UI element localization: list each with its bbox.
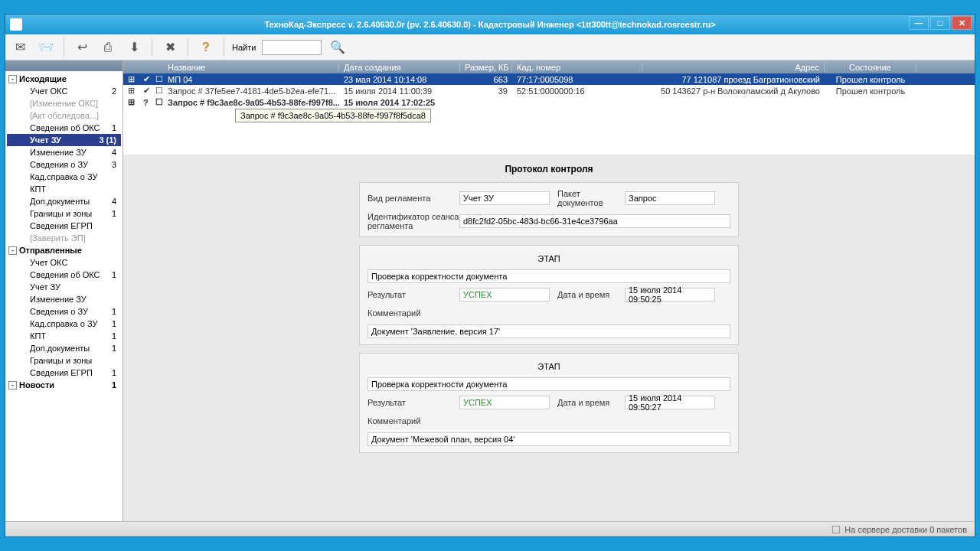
sidebar-item[interactable]: Кад.справка о ЗУ (7, 171, 121, 183)
col-num[interactable]: Кад. номер (512, 63, 642, 72)
table-row[interactable]: ⊞?☐Запрос # f9c3ae8c-9a05-4b53-88fe-f997… (123, 96, 975, 108)
sidebar-item-label: Исходящие (19, 74, 67, 83)
sidebar-item-label: Границы и зоны (30, 209, 92, 218)
tools-icon[interactable]: ✖ (160, 37, 180, 57)
sidebar-item[interactable]: Изменение ЗУ (7, 293, 121, 305)
separator (224, 38, 224, 57)
sidebar-item-count: 2 (112, 86, 119, 96)
app-icon (10, 18, 22, 31)
comment-label: Комментарий (368, 416, 459, 425)
cell-name: Запрос # 37fe5ee7-4181-4de5-b2ea-efe71..… (163, 86, 339, 96)
sidebar-item-label: Сведения ЕГРП (30, 368, 93, 377)
sidebar-item[interactable]: Сведения ЕГРП (7, 220, 121, 232)
sidebar-item[interactable]: -Исходящие (7, 73, 121, 85)
sidebar-item[interactable]: Сведения ЕГРП1 (7, 367, 121, 379)
search-input[interactable] (262, 40, 322, 55)
expand-icon[interactable]: ⊞ (123, 74, 139, 84)
cell-addr: 77 121087 проезд Багратионовский (642, 75, 825, 84)
col-date[interactable]: Дата создания (339, 63, 460, 72)
sidebar-item[interactable]: КПТ (7, 183, 121, 195)
sidebar-item[interactable]: [Заверить ЭП] (7, 232, 121, 244)
status-text: На сервере доставки 0 пакетов (844, 525, 967, 534)
sidebar-item-count: 1 (112, 307, 119, 316)
mail-new-icon[interactable]: ✉ (10, 37, 30, 57)
sidebar-item[interactable]: Сведения о ЗУ3 (7, 158, 121, 171)
sidebar-item[interactable]: [Акт обследова...] (7, 109, 121, 122)
sidebar-item-label: Границы и зоны (30, 356, 92, 365)
find-label: Найти (232, 43, 256, 52)
mail-open-icon[interactable]: 📨 (36, 37, 56, 57)
sidebar-item-count: 3 (1) (99, 135, 119, 145)
separator (152, 38, 152, 57)
minimize-button[interactable]: — (909, 16, 929, 30)
stage-check: Проверка корректности документа (368, 269, 730, 283)
cell-addr: 50 143627 р-н Волоколамский д Акулово (642, 86, 825, 96)
maximize-button[interactable]: □ (930, 16, 950, 30)
col-size[interactable]: Размер, КБ (460, 63, 512, 72)
col-addr[interactable]: Адрес (642, 63, 825, 72)
checkbox[interactable]: ☐ (151, 86, 163, 96)
sidebar-item[interactable]: Границы и зоны (7, 354, 121, 367)
download-icon[interactable]: ⬇ (124, 37, 144, 57)
separator (64, 38, 64, 57)
close-button[interactable]: ✕ (952, 16, 972, 30)
protocol-summary: Вид регламента Учет ЗУ Пакет документов … (359, 182, 739, 237)
checkbox[interactable]: ☐ (151, 74, 163, 84)
expand-icon[interactable]: ⊞ (123, 86, 139, 96)
sidebar-item-label: Новости (19, 380, 54, 390)
comment-value: Документ 'Межевой план, версия 04' (368, 432, 730, 446)
sidebar-item-label: Доп.документы (30, 197, 90, 206)
print-icon[interactable]: ⎙ (98, 37, 118, 57)
sidebar-item-label: [Изменение ОКС] (30, 99, 98, 108)
cell-state: Прошел контроль (825, 86, 916, 96)
sidebar-item[interactable]: Сведения о ЗУ1 (7, 305, 121, 318)
sidebar-header (5, 60, 122, 71)
regtype-label: Вид регламента (368, 194, 459, 203)
datetime-value: 15 июля 2014 09:50:27 (625, 396, 715, 409)
expand-icon[interactable]: ⊞ (123, 97, 139, 107)
sidebar-item[interactable]: Кад.справка о ЗУ1 (7, 318, 121, 330)
sidebar-item[interactable]: КПТ1 (7, 330, 121, 342)
sidebar-item-label: Сведения о ЗУ (30, 307, 88, 316)
table-row[interactable]: ⊞✔☐Запрос # 37fe5ee7-4181-4de5-b2ea-efe7… (123, 85, 975, 96)
sidebar-item-count: 1 (112, 270, 119, 279)
col-state[interactable]: Состояние (825, 63, 916, 72)
reply-icon[interactable]: ↩ (72, 37, 92, 57)
sidebar-item[interactable]: -Новости1 (7, 379, 121, 391)
sidebar-item[interactable]: Учет ОКС (7, 256, 121, 269)
sess-value: d8fc2fd2-05bc-483d-bc66-31e4ce3796aa (459, 214, 730, 228)
col-name[interactable]: Название (163, 63, 339, 72)
regtype-value: Учет ЗУ (459, 191, 550, 205)
stage-title: ЭТАП (368, 360, 730, 377)
toolbar: ✉ 📨 ↩ ⎙ ⬇ ✖ ? Найти 🔍 (5, 34, 975, 60)
sidebar-item-label: Кад.справка о ЗУ (30, 172, 97, 181)
sidebar-item-label: Сведения о ЗУ (30, 160, 88, 169)
sidebar-item[interactable]: Сведения об ОКС1 (7, 269, 121, 281)
separator (188, 38, 188, 57)
help-icon[interactable]: ? (196, 37, 216, 57)
sidebar-item-label: Кад.справка о ЗУ (30, 319, 97, 328)
cell-size: 663 (460, 75, 512, 84)
status-icon: ✔ (139, 86, 151, 96)
datetime-value: 15 июля 2014 09:50:25 (625, 288, 715, 302)
details-pane: Протокол контроля Вид регламента Учет ЗУ… (123, 155, 975, 521)
table-row[interactable]: ⊞✔☐МП 0423 мая 2014 10:14:0866377:17:000… (123, 73, 975, 85)
datetime-label: Дата и время (557, 290, 625, 299)
stage-check: Проверка корректности документа (368, 377, 730, 391)
sidebar-item[interactable]: Доп.документы4 (7, 195, 121, 207)
sidebar-item[interactable]: Учет ЗУ3 (1) (7, 134, 121, 146)
sidebar-item-label: Изменение ЗУ (30, 148, 87, 157)
sidebar-item[interactable]: Учет ЗУ (7, 281, 121, 293)
sidebar-item[interactable]: Изменение ЗУ4 (7, 146, 121, 158)
datetime-label: Дата и время (557, 398, 625, 407)
sidebar-item[interactable]: -Отправленные (7, 244, 121, 256)
sidebar-item[interactable]: [Изменение ОКС] (7, 97, 121, 109)
sidebar-item[interactable]: Учет ОКС2 (7, 85, 121, 97)
sidebar-item[interactable]: Границы и зоны1 (7, 207, 121, 220)
sidebar-item[interactable]: Доп.документы1 (7, 342, 121, 354)
sidebar-item[interactable]: Сведения об ОКС1 (7, 122, 121, 134)
sidebar-item-label: Сведения об ОКС (30, 270, 100, 279)
list-header: Название Дата создания Размер, КБ Кад. н… (123, 60, 975, 73)
checkbox[interactable]: ☐ (151, 97, 163, 107)
search-go-icon[interactable]: 🔍 (328, 37, 348, 57)
